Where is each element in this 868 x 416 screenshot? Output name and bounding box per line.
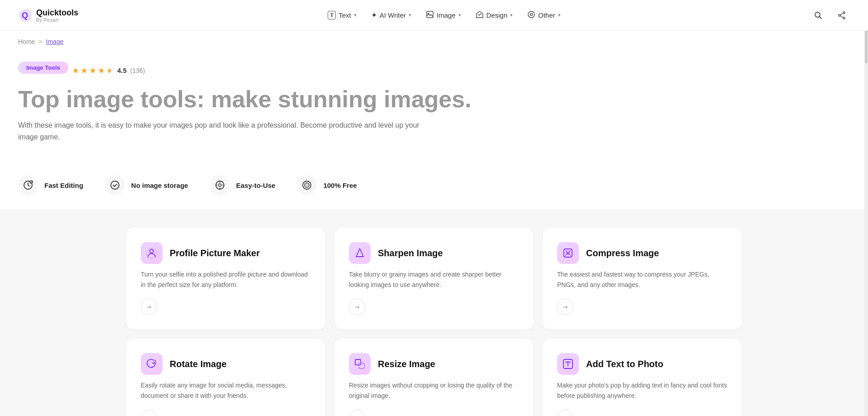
free-label: 100% Free [323, 182, 357, 189]
logo[interactable]: Q Quicktools By Picsart [18, 8, 78, 23]
star-half: ★ ★ [106, 66, 114, 76]
tool-card-compress[interactable]: Compress Image The easiest and fastest w… [543, 228, 742, 330]
tool-card-add-text[interactable]: Add Text to Photo Make your photo's pop … [543, 339, 742, 416]
add-text-icon [557, 353, 579, 375]
scrollbar[interactable] [864, 0, 868, 416]
tool-card-profile-picture[interactable]: Profile Picture Maker Turn your selfie i… [126, 228, 325, 330]
nav-item-design[interactable]: Design ▾ [469, 7, 520, 24]
tool-card-resize[interactable]: Resize Image Resize images without cropp… [334, 339, 534, 416]
svg-point-17 [150, 249, 153, 253]
feature-easy-to-use: Easy-to-Use [210, 175, 276, 195]
nav-item-text[interactable]: T Text ▾ [321, 7, 363, 23]
svg-point-4 [528, 11, 534, 18]
logo-subtitle: By Picsart [36, 18, 78, 23]
rotate-arrow[interactable]: → [141, 410, 157, 416]
design-nav-icon [476, 10, 484, 20]
svg-point-11 [30, 181, 33, 183]
logo-name: Quicktools [36, 8, 78, 18]
no-storage-label: No image storage [131, 182, 188, 189]
rotate-name: Rotate Image [170, 359, 227, 369]
fast-editing-icon [18, 175, 38, 195]
image-tools-badge: Image Tools [18, 62, 68, 74]
main-nav: T Text ▾ ✦ AI Writer ▾ Image ▾ Design ▾ [321, 7, 567, 24]
svg-text:Q: Q [22, 11, 28, 20]
profile-picture-arrow[interactable]: → [141, 299, 157, 315]
hero-title-light: make stunning images. [211, 86, 472, 112]
svg-point-14 [219, 184, 221, 186]
hero-title: Top image tools: make stunning images. [18, 86, 615, 112]
svg-point-8 [843, 17, 845, 19]
hero-title-bold: Top image tools: [18, 86, 205, 112]
tools-grid: Profile Picture Maker Turn your selfie i… [126, 228, 742, 416]
resize-name: Resize Image [378, 359, 435, 369]
feature-free: 100% Free [297, 175, 357, 195]
tool-card-rotate[interactable]: Rotate Image Easily rotate any image for… [126, 339, 325, 416]
share-icon [837, 11, 846, 20]
profile-picture-desc: Turn your selfie into a polished profile… [141, 269, 311, 290]
star-4: ★ [98, 66, 105, 76]
other-nav-icon [527, 10, 535, 20]
resize-icon [349, 353, 371, 375]
rotate-icon [141, 353, 162, 375]
feature-no-storage: No image storage [105, 175, 188, 195]
tool-header-rotate: Rotate Image [141, 353, 311, 375]
profile-picture-icon [141, 242, 162, 264]
svg-rect-21 [359, 363, 364, 368]
sharpen-arrow[interactable]: → [349, 299, 365, 315]
star-2: ★ [81, 66, 88, 76]
rating-value: 4.5 [117, 67, 127, 74]
nav-item-ai-writer[interactable]: ✦ AI Writer ▾ [365, 7, 418, 23]
breadcrumb-current[interactable]: Image [46, 38, 64, 45]
feature-fast-editing: Fast Editing [18, 175, 83, 195]
sharpen-icon [349, 242, 371, 264]
star-rating: ★ ★ ★ ★ ★ ★ [72, 66, 114, 76]
svg-point-7 [843, 12, 845, 14]
add-text-arrow[interactable]: → [557, 410, 573, 416]
nav-label-image: Image [437, 11, 456, 19]
compress-icon [557, 242, 579, 264]
tool-header-add-text: Add Text to Photo [557, 353, 727, 375]
compress-arrow[interactable]: → [557, 299, 573, 315]
image-nav-icon [426, 10, 434, 20]
features-row: Fast Editing No image storage Easy-to-Us… [0, 161, 868, 210]
other-chevron-icon: ▾ [558, 12, 561, 18]
design-chevron-icon: ▾ [510, 12, 513, 18]
tool-card-sharpen[interactable]: Sharpen Image Take blurry or grainy imag… [334, 228, 534, 330]
nav-label-other: Other [538, 11, 555, 19]
fast-editing-label: Fast Editing [44, 182, 83, 189]
search-button[interactable] [810, 7, 826, 24]
svg-rect-20 [355, 359, 361, 365]
header-actions [810, 7, 850, 24]
ai-writer-chevron-icon: ▾ [409, 12, 411, 18]
tool-header-sharpen: Sharpen Image [349, 242, 519, 264]
breadcrumb-home[interactable]: Home [18, 38, 35, 45]
nav-label-ai-writer: AI Writer [380, 11, 406, 19]
search-icon [814, 11, 823, 20]
share-button[interactable] [834, 7, 850, 24]
nav-item-other[interactable]: Other ▾ [521, 7, 567, 24]
hero-section: Image Tools ★ ★ ★ ★ ★ ★ 4.5 (136) Top im… [0, 53, 634, 161]
tool-header-profile-picture: Profile Picture Maker [141, 242, 311, 264]
tool-header-resize: Resize Image [349, 353, 519, 375]
rotate-desc: Easily rotate any image for social media… [141, 380, 311, 401]
nav-item-image[interactable]: Image ▾ [420, 7, 467, 24]
svg-point-12 [111, 181, 119, 189]
star-3: ★ [89, 66, 96, 76]
add-text-name: Add Text to Photo [586, 359, 663, 369]
compress-desc: The easiest and fastest way to compress … [557, 269, 727, 290]
tools-section: Profile Picture Maker Turn your selfie i… [0, 210, 868, 416]
ai-writer-nav-icon: ✦ [371, 11, 377, 19]
hero-subtitle: With these image tools, it is easy to ma… [18, 120, 425, 143]
svg-point-6 [815, 12, 820, 17]
add-text-desc: Make your photo's pop by adding text in … [557, 380, 727, 401]
nav-label-text: Text [339, 11, 351, 19]
image-chevron-icon: ▾ [458, 12, 461, 18]
tool-header-compress: Compress Image [557, 242, 727, 264]
resize-arrow[interactable]: → [349, 410, 365, 416]
logo-icon: Q [18, 8, 33, 23]
breadcrumb: Home > Image [0, 31, 868, 53]
svg-point-5 [530, 13, 533, 15]
easy-to-use-icon [210, 175, 230, 195]
star-1: ★ [72, 66, 79, 76]
breadcrumb-separator: > [38, 38, 42, 45]
